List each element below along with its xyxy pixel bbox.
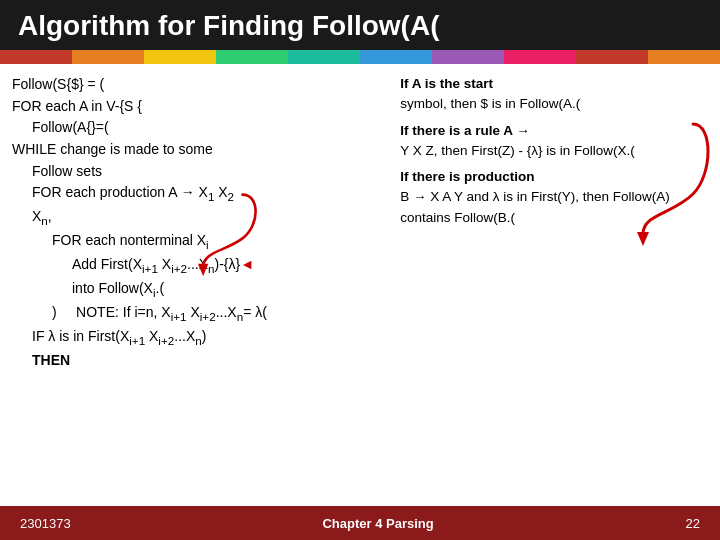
bottom-bar: 2301373 Chapter 4 Parsing 22 — [0, 506, 720, 540]
rule-1: If A is the start symbol, then $ is in F… — [400, 74, 708, 115]
main-content: Follow(S{$} = ( FOR each A in V-{S { Fol… — [0, 64, 720, 504]
color-stripe — [0, 50, 720, 64]
rule-2-body: Y X Z, then First(Z) - {λ} is in Follow(… — [400, 143, 635, 158]
stripe-segment — [432, 50, 504, 64]
code-line-3: Follow(A{}=( — [12, 117, 388, 139]
stripe-segment — [360, 50, 432, 64]
rule-1-body: symbol, then $ is in Follow(A.( — [400, 96, 580, 111]
svg-marker-1 — [198, 264, 209, 276]
rule-3-body: B → X A Y and λ is in First(Y), then Fol… — [400, 189, 670, 224]
code-line-10: into Follow(Xi.( — [12, 278, 388, 302]
rule-2: If there is a rule A → Y X Z, then First… — [400, 121, 708, 162]
page-title: Algorithm for Finding Follow(A( — [0, 0, 720, 50]
rule-3-title: If there is production — [400, 169, 534, 184]
rule-3: If there is production B → X A Y and λ i… — [400, 167, 708, 228]
chapter-label: Chapter 4 Parsing — [322, 516, 433, 531]
code-line-4: WHILE change is made to some — [12, 139, 388, 161]
stripe-segment — [576, 50, 648, 64]
right-column: If A is the start symbol, then $ is in F… — [400, 74, 708, 504]
stripe-segment — [72, 50, 144, 64]
rule-1-title: If A is the start — [400, 76, 493, 91]
slide-number: 2301373 — [20, 516, 71, 531]
stripe-segment — [0, 50, 72, 64]
code-line-2: FOR each A in V-{S { — [12, 96, 388, 118]
page-number: 22 — [686, 516, 700, 531]
code-line-13: THEN — [12, 350, 388, 372]
title-text: Algorithm for Finding Follow(A( — [18, 10, 439, 41]
code-line-11: ) NOTE: If i=n, Xi+1 Xi+2...Xn= λ( — [12, 302, 388, 326]
code-line-1: Follow(S{$} = ( — [12, 74, 388, 96]
stripe-segment — [648, 50, 720, 64]
stripe-segment — [288, 50, 360, 64]
code-line-12: IF λ is in First(Xi+1 Xi+2...Xn) — [12, 326, 388, 350]
curved-arrow-2-icon — [190, 189, 260, 279]
stripe-segment — [144, 50, 216, 64]
left-column: Follow(S{$} = ( FOR each A in V-{S { Fol… — [12, 74, 388, 504]
svg-marker-0 — [637, 232, 649, 246]
rule-2-title: If there is a rule A → — [400, 123, 530, 138]
code-line-5: Follow sets — [12, 161, 388, 183]
stripe-segment — [504, 50, 576, 64]
stripe-segment — [216, 50, 288, 64]
